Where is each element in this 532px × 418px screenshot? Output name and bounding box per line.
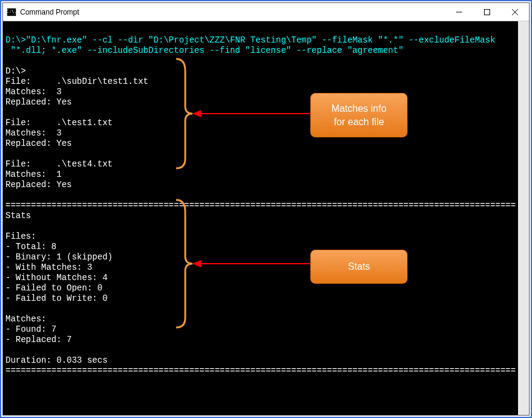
maximize-button[interactable] xyxy=(473,3,501,21)
svg-marker-7 xyxy=(193,260,201,267)
file-entry: File: .\test1.txt Matches: 3 Replaced: Y… xyxy=(5,118,112,148)
callout-matches-info: Matches info for each file xyxy=(310,93,408,137)
titlebar: C:\. Command Prompt xyxy=(3,3,529,21)
matches-stats-header: Matches: xyxy=(5,314,46,324)
duration-line: Duration: 0.033 secs xyxy=(5,355,107,365)
brace-annotation xyxy=(173,197,197,330)
stats-header: Stats xyxy=(5,211,31,221)
files-stat-line: - Failed to Write: 0 xyxy=(5,293,107,303)
matches-stat-line: - Replaced: 7 xyxy=(5,335,72,344)
arrow-annotation xyxy=(193,259,312,268)
minimize-button[interactable] xyxy=(445,3,473,21)
files-stat-line: - With Matches: 3 xyxy=(5,262,92,272)
files-stat-line: - Failed to Open: 0 xyxy=(5,283,103,293)
close-button[interactable] xyxy=(501,3,529,21)
arrow-annotation xyxy=(193,109,312,118)
file-entry: File: .\subDir\test1.txt Matches: 3 Repl… xyxy=(5,77,148,107)
files-stat-line: - Binary: 1 (skipped) xyxy=(5,252,112,262)
files-stats-header: Files: xyxy=(5,231,36,241)
command-text: D:\>"D:\fnr.exe" --cl --dir "D:\Project\… xyxy=(5,35,496,55)
files-stat-line: - Total: 8 xyxy=(5,242,56,252)
svg-rect-1 xyxy=(485,9,490,15)
file-entry: File: .\test4.txt Matches: 1 Replaced: Y… xyxy=(5,159,112,190)
brace-annotation xyxy=(173,57,197,171)
window-title: Command Prompt xyxy=(20,8,79,16)
svg-marker-5 xyxy=(193,110,201,117)
matches-stat-line: - Found: 7 xyxy=(5,324,56,334)
console-output[interactable]: D:\>"D:\fnr.exe" --cl --dir "D:\Project\… xyxy=(3,21,529,415)
divider: ========================================… xyxy=(5,366,516,375)
prompt: D:\> xyxy=(5,66,26,76)
divider: ========================================… xyxy=(5,200,516,210)
callout-stats: Stats xyxy=(310,250,408,284)
files-stat-line: - Without Matches: 4 xyxy=(5,273,107,283)
cmd-icon: C:\. xyxy=(7,8,16,16)
